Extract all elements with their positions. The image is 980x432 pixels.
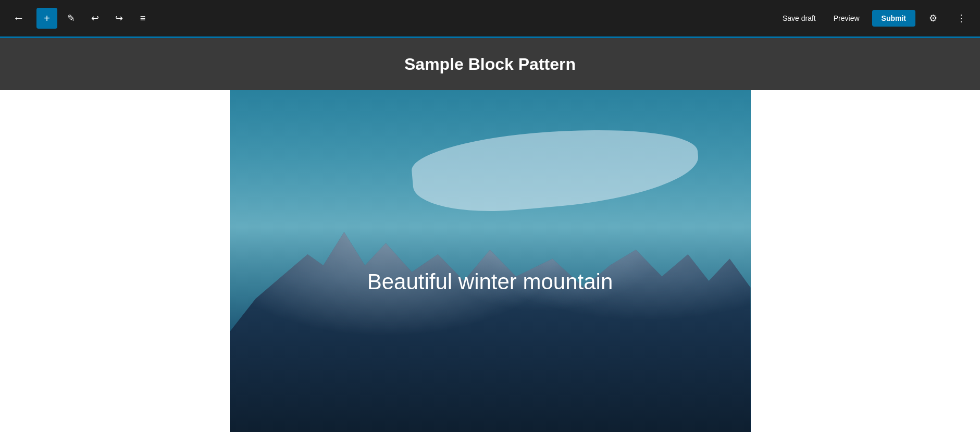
back-button[interactable]: ← <box>8 8 29 29</box>
settings-icon: ⚙ <box>929 13 937 24</box>
title-band: Sample Block Pattern <box>0 38 980 90</box>
plus-icon: + <box>44 13 50 24</box>
submit-button[interactable]: Submit <box>872 10 915 27</box>
add-block-button[interactable]: + <box>36 8 57 29</box>
more-options-button[interactable]: ⋮ <box>951 8 972 29</box>
toolbar-left: ← + ✎ ↩ ↪ ≡ <box>8 8 153 29</box>
pen-button[interactable]: ✎ <box>60 8 81 29</box>
preview-button[interactable]: Preview <box>828 11 865 26</box>
toolbar: ← + ✎ ↩ ↪ ≡ Save draft Preview Submit ⚙ <box>0 0 980 36</box>
more-icon: ⋮ <box>957 13 966 24</box>
save-draft-button[interactable]: Save draft <box>777 11 821 26</box>
undo-icon: ↩ <box>91 13 99 24</box>
redo-button[interactable]: ↪ <box>108 8 129 29</box>
undo-button[interactable]: ↩ <box>84 8 105 29</box>
submit-label: Submit <box>882 14 906 22</box>
pen-icon: ✎ <box>67 13 75 24</box>
list-view-button[interactable]: ≡ <box>132 8 153 29</box>
hero-image: Beautiful winter mountain <box>230 90 751 432</box>
page-title: Sample Block Pattern <box>404 55 576 74</box>
back-icon: ← <box>13 11 24 25</box>
redo-icon: ↪ <box>115 13 123 24</box>
settings-button[interactable]: ⚙ <box>923 8 944 29</box>
toolbar-right: Save draft Preview Submit ⚙ ⋮ <box>777 8 972 29</box>
content-block[interactable]: Beautiful winter mountain <box>230 90 751 432</box>
hero-text: Beautiful winter mountain <box>367 269 613 294</box>
preview-label: Preview <box>834 14 860 22</box>
editor-area: Beautiful winter mountain <box>0 90 980 432</box>
save-draft-label: Save draft <box>783 14 816 22</box>
list-icon: ≡ <box>140 13 146 24</box>
